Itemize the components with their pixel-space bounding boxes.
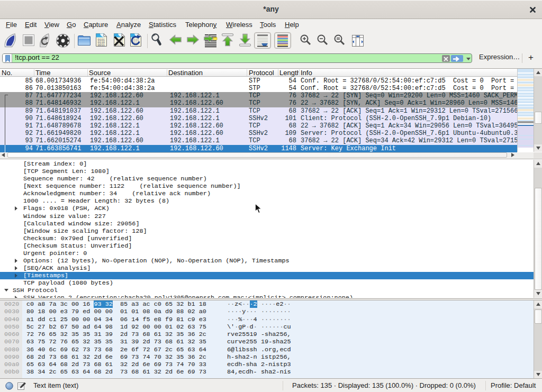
svg-text:0011: 0011 <box>98 43 105 47</box>
